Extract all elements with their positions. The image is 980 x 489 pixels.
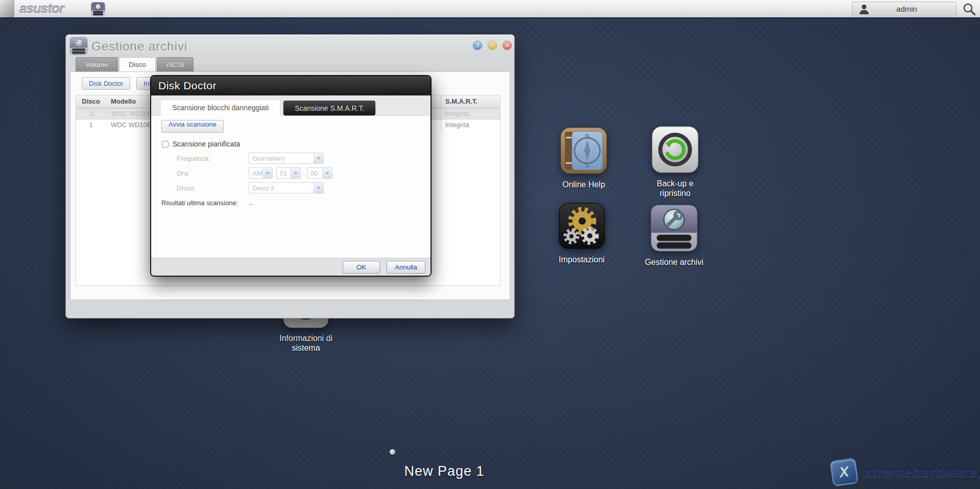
disk-label: Disco: xyxy=(177,184,249,192)
chevron-down-icon xyxy=(262,168,272,178)
username: admin xyxy=(871,5,956,13)
ok-button[interactable]: OK xyxy=(343,261,380,274)
avvia-scansione-button[interactable]: Avvia scansione xyxy=(161,120,224,133)
scheduled-scan-checkbox[interactable] xyxy=(162,141,169,148)
online-help-book-compass-icon: N S xyxy=(560,127,607,177)
window-minimize-button[interactable]: − xyxy=(488,41,497,50)
minute-value: 00 xyxy=(307,169,322,177)
cell-smart: Integrità xyxy=(440,108,499,120)
frequency-label: Frequenza: xyxy=(177,155,249,162)
dialog-footer: OK Annulla xyxy=(151,258,431,276)
user-icon xyxy=(857,3,871,16)
window-tab-bar: Volume Disco iSCSI xyxy=(76,57,194,71)
disk-doctor-button[interactable]: Disk Doctor xyxy=(82,77,130,90)
desktop-icon-label-line2: sistema xyxy=(268,343,344,353)
time-separator: : xyxy=(303,169,305,177)
asustor-logo: asustor xyxy=(19,1,64,17)
chevron-down-icon xyxy=(314,153,323,163)
watermark: X xtremehardware.it xyxy=(831,459,980,485)
window-help-button[interactable]: ? xyxy=(473,41,482,50)
column-header-disco[interactable]: Disco xyxy=(76,95,106,108)
svg-text:S: S xyxy=(585,162,589,168)
desktop-icon-label-line2: ripristino xyxy=(637,188,713,198)
window-title: Gestione archivi xyxy=(91,39,187,54)
desktop-icon-label: Impostazioni xyxy=(543,255,620,264)
tab-iscsi[interactable]: iSCSI xyxy=(157,57,194,71)
svg-text:N: N xyxy=(585,133,589,139)
cell-smart: Integrità xyxy=(441,119,500,131)
desktop-icon-online-help[interactable]: N S Online Help xyxy=(545,127,622,189)
scheduled-scan-row[interactable]: Scansione pianificata xyxy=(162,140,240,148)
tab-volume[interactable]: Volume xyxy=(76,57,118,71)
disk-value: Disco 2 xyxy=(249,184,314,192)
column-header-smart[interactable]: S.M.A.R.T. xyxy=(441,95,500,108)
chevron-down-icon xyxy=(322,168,332,178)
backup-restore-power-ring-icon xyxy=(651,126,699,176)
page-indicator-dot[interactable] xyxy=(390,449,395,455)
tab-scansione-smart[interactable]: Scansione S.M.A.R.T. xyxy=(283,101,375,115)
dialog-tab-bar: Scansione blocchi danneggiati Scansione … xyxy=(151,95,431,116)
storage-manager-window-icon xyxy=(69,37,88,57)
top-bar: asustor admin xyxy=(0,0,980,18)
chevron-down-icon xyxy=(314,183,323,193)
ampm-value: AM xyxy=(249,169,262,177)
tab-scansione-blocchi[interactable]: Scansione blocchi danneggiati xyxy=(161,100,280,116)
cancel-button[interactable]: Annulla xyxy=(387,261,425,274)
tab-disco[interactable]: Disco xyxy=(119,57,156,71)
desktop-icon-label: Gestione archivi xyxy=(636,257,712,267)
watermark-text: xtremehardware.it xyxy=(864,464,980,480)
frequency-select[interactable]: Giornaliero xyxy=(249,153,324,164)
taskbar-storage-manager-icon[interactable] xyxy=(90,1,106,17)
dialog-title[interactable]: Disk Doctor xyxy=(151,76,431,95)
settings-gears-icon xyxy=(558,202,606,252)
window-close-button[interactable]: × xyxy=(503,41,512,50)
dialog-body: Avvia scansione Scansione pianificata Fr… xyxy=(151,116,431,259)
user-menu[interactable]: admin xyxy=(852,2,957,16)
minute-select[interactable]: 00 xyxy=(307,167,332,179)
desktop-icon-storage-manager[interactable]: Gestione archivi xyxy=(636,204,712,267)
scheduled-scan-label: Scansione pianificata xyxy=(173,140,240,148)
disk-doctor-dialog: Disk Doctor Scansione blocchi danneggiat… xyxy=(150,75,432,277)
chevron-down-icon xyxy=(291,168,300,178)
storage-manager-disk-wrench-icon xyxy=(650,204,698,254)
cell-disco: 1 xyxy=(76,119,106,131)
hour-value: 01 xyxy=(277,169,291,177)
last-scan-results-value: -- xyxy=(249,200,253,208)
desktop-icon-settings[interactable]: Impostazioni xyxy=(543,202,620,264)
ampm-select[interactable]: AM xyxy=(249,167,273,179)
desktop-icon-backup-restore[interactable]: Back-up e ripristino xyxy=(637,126,713,198)
cell-disco: 2 xyxy=(77,108,106,120)
hour-select[interactable]: 01 xyxy=(276,167,301,179)
xtremehardware-logo-icon: X xyxy=(830,458,858,486)
window-titlebar[interactable]: Gestione archivi ? − × xyxy=(66,35,514,57)
panel-handle[interactable] xyxy=(0,0,14,17)
desktop-icon-label: Back-up e xyxy=(637,179,713,188)
desktop-icon-label: Informazioni di xyxy=(268,333,344,343)
desktop-page-label: New Page 1 xyxy=(378,463,511,479)
frequency-value: Giornaliero xyxy=(249,155,314,162)
search-icon[interactable] xyxy=(962,2,976,16)
disk-select[interactable]: Disco 2 xyxy=(249,182,324,193)
last-scan-results-label: Risultati ultima scansione: xyxy=(161,199,246,207)
time-label: Ora: xyxy=(177,169,249,177)
desktop-icon-label: Online Help xyxy=(545,180,622,189)
